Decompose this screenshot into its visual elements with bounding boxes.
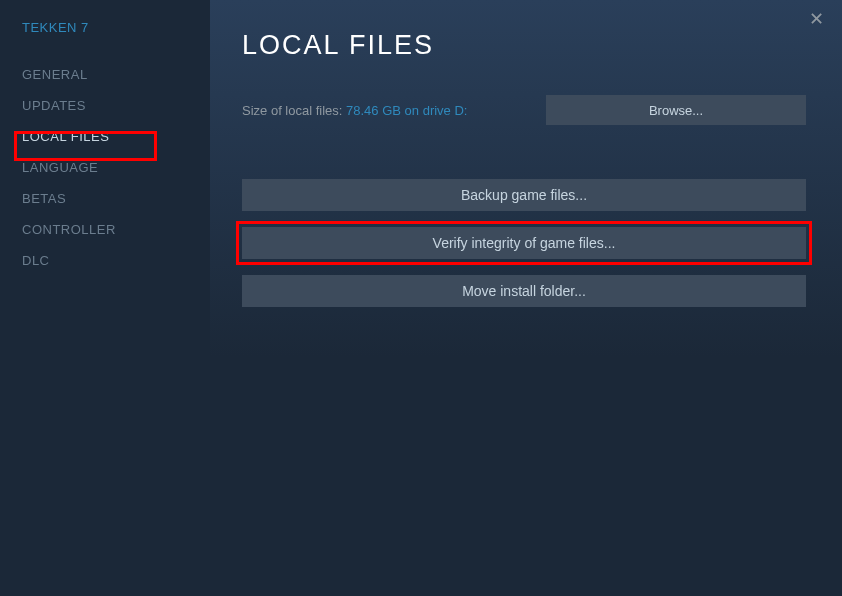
close-icon[interactable]: ✕ <box>809 8 824 30</box>
game-title: TEKKEN 7 <box>22 20 210 35</box>
size-label: Size of local files: <box>242 103 346 118</box>
main-panel: ✕ LOCAL FILES Size of local files: 78.46… <box>210 0 842 596</box>
page-title: LOCAL FILES <box>242 30 806 61</box>
sidebar-item-betas[interactable]: BETAS <box>22 183 210 214</box>
sidebar-item-controller[interactable]: CONTROLLER <box>22 214 210 245</box>
sidebar-item-dlc[interactable]: DLC <box>22 245 210 276</box>
highlight-verify-button <box>236 221 812 265</box>
move-folder-button[interactable]: Move install folder... <box>242 275 806 307</box>
info-row: Size of local files: 78.46 GB on drive D… <box>242 95 806 125</box>
sidebar: TEKKEN 7 GENERAL UPDATES LOCAL FILES LAN… <box>0 0 210 596</box>
highlight-sidebar-local-files <box>14 131 157 161</box>
browse-button[interactable]: Browse... <box>546 95 806 125</box>
verify-wrapper: Verify integrity of game files... <box>242 227 806 259</box>
size-value: 78.46 GB on drive D: <box>346 103 467 118</box>
backup-button[interactable]: Backup game files... <box>242 179 806 211</box>
sidebar-item-general[interactable]: GENERAL <box>22 59 210 90</box>
sidebar-item-updates[interactable]: UPDATES <box>22 90 210 121</box>
size-info: Size of local files: 78.46 GB on drive D… <box>242 101 467 119</box>
